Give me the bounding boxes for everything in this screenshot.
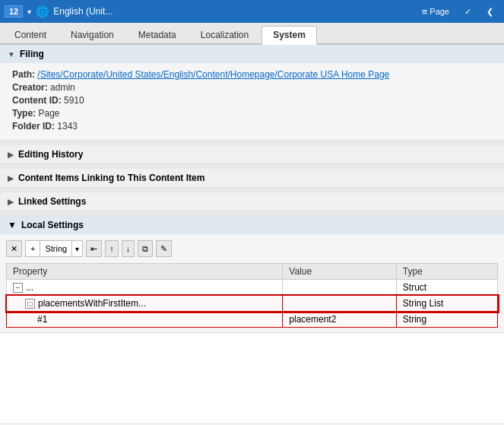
table-row[interactable]: □ placementsWithFirstItem... String List [7, 296, 498, 312]
creator-label: Creator: [12, 82, 48, 93]
expand-icon[interactable]: □ [25, 299, 35, 309]
version-number[interactable]: 12 [5, 5, 23, 17]
local-settings-arrow: ▼ [8, 220, 17, 230]
tab-localization[interactable]: Localization [189, 26, 260, 43]
linked-settings-header[interactable]: ▶ Linked Settings [0, 192, 504, 211]
content-id-value: 5910 [64, 95, 84, 106]
tab-system[interactable]: System [262, 26, 317, 45]
filing-collapse-arrow: ▼ [8, 50, 15, 59]
filing-section-label: Filing [20, 49, 44, 59]
property-cell: #1 [7, 312, 283, 328]
move-first-icon: ⇤ [90, 244, 97, 254]
filing-section-header[interactable]: ▼ Filing [0, 45, 504, 63]
table-header-row: Property Value Type [7, 264, 498, 280]
filing-folderid-row: Folder ID: 1343 [12, 121, 492, 132]
expand-icon[interactable]: − [13, 283, 23, 293]
back-icon: ❮ [487, 7, 493, 17]
folder-id-value: 1343 [57, 121, 78, 132]
local-settings-table: Property Value Type − ... [6, 263, 498, 328]
table-row[interactable]: #1 placement2 String [7, 312, 498, 328]
copy-button[interactable]: ⧉ [138, 240, 153, 257]
tab-metadata[interactable]: Metadata [127, 26, 188, 43]
editing-history-header[interactable]: ▶ Editing History [0, 145, 504, 163]
add-icon-label[interactable]: + [26, 241, 40, 256]
move-up-icon: ↑ [109, 244, 114, 253]
local-settings-label: Local Settings [21, 220, 84, 230]
local-settings-header[interactable]: ▼ Local Settings [0, 216, 504, 234]
property-cell: □ placementsWithFirstItem... [7, 296, 283, 312]
globe-icon: 🌐 [36, 5, 49, 17]
edit-button[interactable]: ✎ [156, 240, 172, 257]
local-settings-toolbar: ✕ + String ▾ ⇤ ↑ ↓ [6, 239, 498, 258]
move-down-button[interactable]: ↓ [122, 240, 135, 257]
col-property: Property [7, 264, 283, 280]
edit-icon: ✎ [160, 244, 167, 254]
add-icon: + [30, 244, 35, 253]
col-value: Value [283, 264, 397, 280]
type-cell: Struct [396, 280, 497, 296]
folder-id-label: Folder ID: [12, 121, 55, 132]
top-bar-right: ≡ Page ✓ ❮ [416, 5, 499, 19]
tab-navigation[interactable]: Navigation [59, 26, 125, 43]
value-cell [283, 296, 397, 312]
back-button[interactable]: ❮ [480, 5, 499, 18]
cell-expand-wrapper: − ... [13, 282, 276, 293]
property-value: ... [26, 282, 33, 293]
path-link[interactable]: /Sites/Corporate/United States/English/C… [37, 69, 389, 80]
local-settings-section: ▼ Local Settings ✕ + String ▾ ⇤ [0, 216, 504, 333]
type-selector-label: String [40, 241, 72, 256]
page-icon: ≡ [422, 6, 428, 17]
language-title: English (Unit... [53, 6, 113, 17]
filing-path-row: Path: /Sites/Corporate/United States/Eng… [12, 69, 492, 80]
tab-content[interactable]: Content [3, 26, 58, 43]
path-label: Path: [12, 69, 35, 80]
linked-settings-section: ▶ Linked Settings [0, 192, 504, 211]
editing-history-label: Editing History [18, 149, 83, 160]
delete-button[interactable]: ✕ [6, 240, 22, 257]
main-content: ▼ Filing Path: /Sites/Corporate/United S… [0, 45, 504, 423]
content-items-arrow: ▶ [8, 174, 14, 182]
table-row[interactable]: − ... Struct [7, 280, 498, 296]
property-cell: − ... [7, 280, 283, 296]
type-cell: String [396, 312, 497, 328]
col-type: Type [396, 264, 497, 280]
filing-section: ▼ Filing Path: /Sites/Corporate/United S… [0, 45, 504, 141]
move-up-button[interactable]: ↑ [105, 240, 119, 257]
filing-type-row: Type: Page [12, 108, 492, 119]
type-cell: String List [396, 296, 497, 312]
filing-contentid-row: Content ID: 5910 [12, 95, 492, 106]
top-bar: 12 ▾ 🌐 English (Unit... ≡ Page ✓ ❮ [0, 0, 504, 23]
move-first-button[interactable]: ⇤ [86, 240, 102, 257]
move-down-icon: ↓ [126, 244, 131, 253]
filing-creator-row: Creator: admin [12, 82, 492, 93]
type-label: Type: [12, 108, 36, 119]
checkmark-button[interactable]: ✓ [458, 5, 477, 18]
local-settings-body: ✕ + String ▾ ⇤ ↑ ↓ [0, 234, 504, 332]
filing-section-body: Path: /Sites/Corporate/United States/Eng… [0, 63, 504, 140]
linked-settings-label: Linked Settings [18, 196, 86, 207]
content-id-label: Content ID: [12, 95, 62, 106]
editing-history-section: ▶ Editing History [0, 145, 504, 164]
editing-history-arrow: ▶ [8, 151, 14, 159]
content-items-label: Content Items Linking to This Content It… [18, 173, 204, 183]
cell-expand-wrapper: #1 [13, 314, 276, 325]
copy-icon: ⧉ [142, 244, 148, 254]
page-button[interactable]: ≡ Page [416, 5, 455, 19]
tab-bar: Content Navigation Metadata Localization… [0, 23, 504, 45]
checkmark-icon: ✓ [464, 7, 471, 17]
creator-value: admin [50, 82, 75, 93]
type-dropdown-arrow[interactable]: ▾ [72, 241, 82, 256]
page-label: Page [430, 7, 449, 16]
content-items-header[interactable]: ▶ Content Items Linking to This Content … [0, 169, 504, 187]
dropdown-arrow[interactable]: ▾ [27, 8, 31, 16]
top-bar-left: 12 ▾ 🌐 English (Unit... [5, 5, 416, 17]
value-cell [283, 280, 397, 296]
delete-icon: ✕ [11, 244, 17, 254]
content-items-section: ▶ Content Items Linking to This Content … [0, 169, 504, 188]
property-value: #1 [37, 314, 47, 325]
cell-expand-wrapper: □ placementsWithFirstItem... [13, 298, 276, 309]
value-cell: placement2 [283, 312, 397, 328]
type-value: Page [38, 108, 59, 119]
add-type-group: + String ▾ [25, 240, 83, 257]
linked-settings-arrow: ▶ [8, 198, 14, 206]
